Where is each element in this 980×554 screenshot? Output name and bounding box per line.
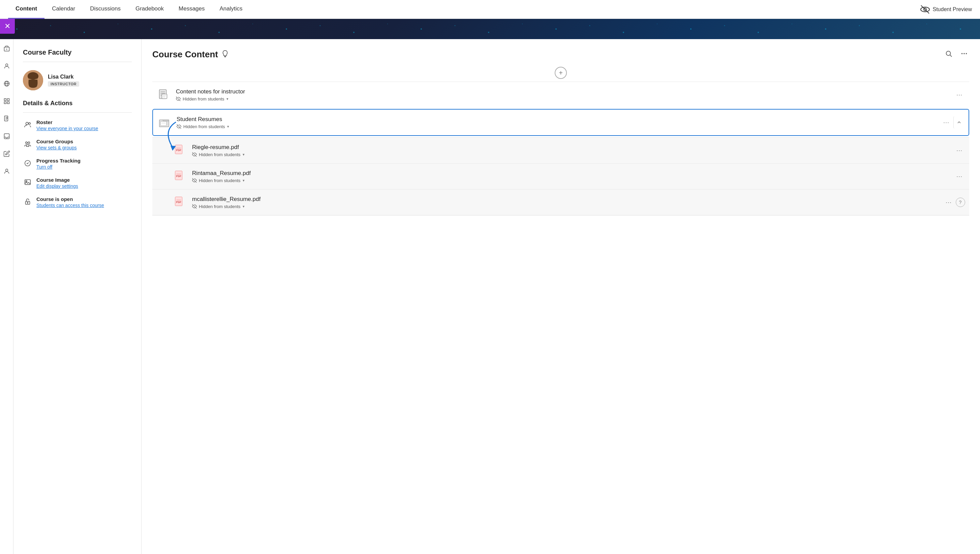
search-button[interactable]	[943, 49, 954, 60]
resumes-visibility[interactable]: Hidden from students ▾	[177, 124, 936, 129]
riegle-details: Riegle-resume.pdf Hidden from students ▾	[192, 144, 949, 157]
svg-point-26	[29, 123, 31, 125]
svg-line-37	[950, 55, 952, 57]
mcallister-help-button[interactable]: ?	[956, 198, 965, 207]
content-item-resumes: Student Resumes Hidden from students ▾ ·…	[152, 109, 969, 136]
main-layout: Course Faculty	[0, 39, 980, 554]
action-item-image: Course Image Edit display settings	[23, 177, 132, 189]
rail-inbox-icon[interactable]	[2, 131, 12, 142]
close-button[interactable]: ✕	[0, 19, 15, 34]
image-text: Course Image Edit display settings	[37, 177, 78, 189]
riegle-visibility-text: Hidden from students	[199, 152, 240, 157]
avatar	[23, 70, 43, 90]
more-options-button[interactable]	[959, 49, 969, 60]
roster-label: Roster	[37, 119, 98, 125]
progress-icon	[23, 158, 32, 168]
svg-point-40	[966, 53, 967, 54]
add-content-row: +	[152, 67, 969, 79]
course-open-label: Course is open	[37, 196, 104, 202]
content-title-row: Course Content	[152, 49, 229, 60]
students-access-link[interactable]: Students can access this course	[37, 203, 104, 208]
svg-point-31	[26, 181, 27, 182]
riegle-menu-button[interactable]: ···	[954, 146, 965, 155]
nav-tabs: Content Calendar Discussions Gradebook M…	[8, 0, 250, 19]
riegle-title: Riegle-resume.pdf	[192, 144, 949, 151]
add-icon: +	[559, 69, 563, 77]
view-everyone-link[interactable]: View everyone in your course	[37, 126, 98, 131]
tab-gradebook[interactable]: Gradebook	[128, 0, 171, 19]
resumes-menu-button[interactable]: ···	[940, 118, 952, 128]
tab-content[interactable]: Content	[8, 0, 45, 19]
resumes-title: Student Resumes	[177, 116, 936, 123]
tab-messages[interactable]: Messages	[171, 0, 212, 19]
rail-grid-icon[interactable]	[2, 96, 12, 107]
svg-rect-9	[4, 99, 6, 101]
left-panel: Course Faculty	[13, 39, 142, 554]
rintamaa-caret: ▾	[243, 178, 245, 183]
view-groups-link[interactable]: View sets & groups	[37, 145, 77, 150]
action-item-access: Course is open Students can access this …	[23, 196, 132, 208]
access-text: Course is open Students can access this …	[37, 196, 104, 208]
notes-visibility[interactable]: Hidden from students ▾	[176, 96, 949, 102]
svg-rect-11	[4, 102, 6, 104]
course-banner	[0, 19, 980, 39]
svg-point-38	[961, 53, 963, 54]
student-preview-label: Student Preview	[932, 6, 972, 13]
rintamaa-details: Rintamaa_Resume.pdf Hidden from students…	[192, 170, 949, 183]
content-header: Course Content	[152, 49, 969, 60]
student-preview-button[interactable]: Student Preview	[920, 5, 972, 14]
svg-rect-45	[162, 94, 167, 99]
rail-doc-icon[interactable]	[2, 113, 12, 124]
groups-text: Course Groups View sets & groups	[37, 139, 77, 150]
tab-calendar[interactable]: Calendar	[45, 0, 83, 19]
mcallister-visibility-text: Hidden from students	[199, 204, 240, 209]
svg-line-2	[921, 5, 929, 13]
riegle-caret: ▾	[243, 152, 245, 157]
rail-building-icon[interactable]	[2, 43, 12, 54]
svg-rect-30	[25, 180, 31, 185]
rail-user-bottom-icon[interactable]	[2, 166, 12, 177]
rintamaa-menu-button[interactable]: ···	[954, 172, 965, 181]
content-item-notes: Content notes for instructor Hidden from…	[152, 81, 969, 107]
riegle-actions: ···	[954, 146, 965, 155]
tab-analytics[interactable]: Analytics	[212, 0, 250, 19]
tab-discussions[interactable]: Discussions	[83, 0, 128, 19]
details-actions-title: Details & Actions	[23, 100, 132, 107]
mcallister-visibility[interactable]: Hidden from students ▾	[192, 204, 938, 209]
bulb-icon[interactable]	[221, 50, 229, 59]
image-label: Course Image	[37, 177, 78, 183]
mcallister-title: mcallisterellie_Resume.pdf	[192, 196, 938, 203]
rail-edit-icon[interactable]	[2, 148, 12, 159]
turn-off-link[interactable]: Turn off	[37, 164, 81, 169]
svg-point-39	[964, 53, 965, 54]
sub-items-area: PDF Riegle-resume.pdf Hidden from studen…	[152, 137, 969, 216]
rail-person-icon[interactable]	[2, 61, 12, 72]
resumes-expand-button[interactable]	[953, 117, 964, 128]
notes-details: Content notes for instructor Hidden from…	[176, 88, 949, 102]
mcallister-details: mcallisterellie_Resume.pdf Hidden from s…	[192, 196, 938, 209]
edit-display-link[interactable]: Edit display settings	[37, 184, 78, 189]
roster-text: Roster View everyone in your course	[37, 119, 98, 131]
riegle-visibility[interactable]: Hidden from students ▾	[192, 152, 949, 157]
notes-menu-button[interactable]: ···	[954, 90, 965, 100]
add-content-button[interactable]: +	[555, 67, 567, 79]
rintamaa-actions: ···	[954, 172, 965, 181]
pdf-icon-rintamaa: PDF	[173, 169, 188, 184]
svg-point-33	[27, 202, 28, 203]
mcallister-menu-button[interactable]: ···	[943, 198, 955, 208]
groups-label: Course Groups	[37, 139, 77, 144]
content-title: Course Content	[152, 49, 218, 60]
panel-divider	[23, 62, 132, 62]
resumes-actions: ···	[940, 117, 964, 128]
student-preview-icon	[920, 5, 930, 14]
details-divider	[23, 112, 132, 113]
instructor-badge: INSTRUCTOR	[48, 81, 79, 87]
rail-globe-icon[interactable]	[2, 78, 12, 89]
resumes-caret: ▾	[227, 125, 229, 129]
svg-marker-53	[170, 146, 176, 151]
svg-point-25	[26, 122, 28, 125]
panel-title: Course Faculty	[23, 49, 132, 56]
content-area: Course Content	[142, 39, 980, 554]
rintamaa-visibility[interactable]: Hidden from students ▾	[192, 178, 949, 183]
action-item-progress: Progress Tracking Turn off	[23, 158, 132, 169]
